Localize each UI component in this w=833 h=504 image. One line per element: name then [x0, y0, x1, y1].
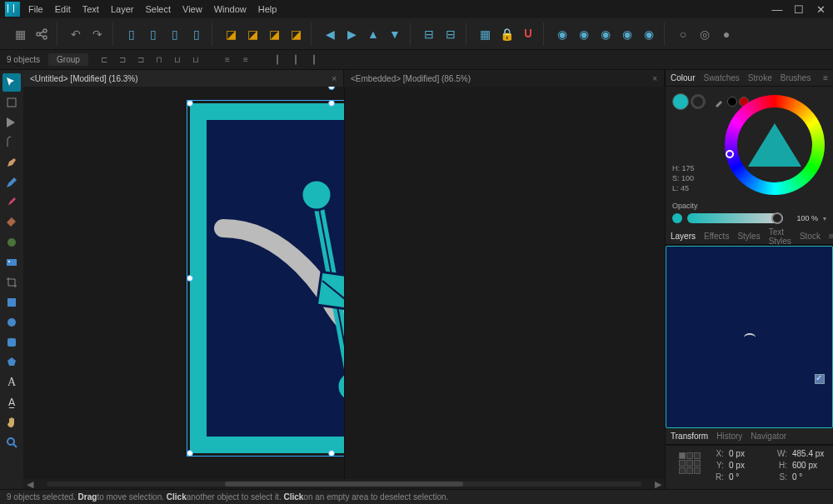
dist-v-icon[interactable]: ┃ — [288, 52, 303, 67]
layer-visible-checkbox[interactable] — [815, 374, 825, 384]
align-left-edges-icon[interactable]: ⊏ — [97, 52, 112, 67]
shape-rect-tool[interactable] — [2, 293, 21, 312]
colour-wheel[interactable] — [725, 95, 825, 195]
layer-fx-icon[interactable]: fx — [698, 396, 704, 408]
layer-visible-checkbox[interactable] — [815, 299, 825, 309]
panel-menu-icon[interactable]: ≡ — [823, 73, 828, 82]
align-bottom-icon[interactable]: ⊔ — [188, 52, 203, 67]
panel-menu-icon[interactable]: ≡ — [829, 232, 833, 241]
chevron-down-icon[interactable] — [823, 214, 826, 222]
close-button[interactable]: ✕ — [813, 3, 828, 16]
rotate-ccw-icon[interactable]: ↶ — [66, 24, 86, 44]
rotate-cw-icon[interactable]: ↷ — [87, 24, 107, 44]
share-icon[interactable] — [32, 24, 52, 44]
dist-h-icon[interactable]: ┃ — [270, 52, 285, 67]
close-icon[interactable]: × — [332, 74, 337, 83]
shape-ellipse-tool[interactable] — [2, 313, 21, 332]
boolean-subtract-icon[interactable]: ◉ — [574, 24, 594, 44]
mirror-h-icon[interactable]: ▲ — [363, 24, 383, 44]
align-right-edges-icon[interactable]: ⊐ — [133, 52, 148, 67]
h-input[interactable]: 600 px — [792, 461, 833, 470]
menu-select[interactable]: Select — [145, 4, 171, 14]
doc-tab-2[interactable]: <Embedded> [Modified] (86.5%) × — [344, 70, 665, 87]
mirror-v-icon[interactable]: ▼ — [385, 24, 405, 44]
r-input[interactable]: 0 ° — [729, 472, 771, 482]
order-front-icon[interactable]: ◪ — [286, 24, 306, 44]
layer-mask-icon[interactable]: ◧ — [672, 396, 682, 408]
layer-row[interactable]: path2676 (Curve) — [671, 313, 828, 332]
tab-transform[interactable]: Transform — [671, 432, 708, 441]
align-top-icon[interactable]: ⊓ — [152, 52, 167, 67]
boolean-divide-icon[interactable]: ◉ — [639, 24, 659, 44]
layer-row[interactable]: path2678 (Curve) — [671, 295, 828, 314]
place-image-tool[interactable] — [2, 253, 21, 272]
x-input[interactable]: 0 px — [729, 449, 771, 458]
w-input[interactable]: 485.4 px — [792, 449, 833, 458]
boolean-intersect-icon[interactable]: ◉ — [596, 24, 616, 44]
s-input[interactable]: 0 ° — [792, 472, 833, 482]
pen-tool[interactable] — [2, 153, 21, 172]
order-backward-icon[interactable]: ◪ — [242, 24, 262, 44]
menu-text[interactable]: Text — [82, 4, 99, 14]
menu-edit[interactable]: Edit — [55, 4, 71, 14]
boolean-add-icon[interactable]: ◉ — [552, 24, 572, 44]
eyedropper-icon[interactable] — [714, 96, 726, 107]
opacity-slider[interactable] — [687, 213, 783, 223]
transparency-tool[interactable] — [2, 233, 21, 252]
space-h-icon[interactable]: ≡ — [220, 52, 235, 67]
flip-h-icon[interactable]: ◀ — [320, 24, 340, 44]
fill-swatch[interactable] — [672, 93, 689, 110]
layer-row[interactable]: path2672 (Curve) — [671, 352, 828, 371]
tab-stock[interactable]: Stock — [800, 232, 821, 241]
flip-v-icon[interactable]: ▶ — [342, 24, 362, 44]
insert-target-icon[interactable]: ○ — [673, 24, 693, 44]
layer-row[interactable]: path2674 (Curve) — [671, 332, 828, 352]
lock-icon[interactable]: 🔒 — [818, 255, 828, 264]
y-input[interactable]: 0 px — [729, 461, 771, 470]
horizontal-scrollbar[interactable]: ◀ ▶ — [23, 479, 665, 489]
gear-icon[interactable]: ⚙ — [807, 255, 815, 264]
minimize-button[interactable]: — — [770, 3, 785, 16]
layer-visible-checkbox[interactable] — [815, 280, 825, 290]
brush-tool[interactable] — [2, 193, 21, 212]
align-v-center-icon[interactable]: ⊔ — [170, 52, 185, 67]
magnet-icon[interactable] — [518, 24, 538, 44]
align-stretch-icon[interactable]: ▯ — [187, 24, 207, 44]
grid-icon[interactable]: ▦ — [10, 24, 30, 44]
dist-space-icon[interactable]: ┃ — [307, 52, 322, 67]
layer-visible-checkbox[interactable] — [815, 356, 825, 366]
close-icon[interactable]: × — [652, 74, 657, 83]
align-left-icon[interactable]: ▯ — [122, 24, 142, 44]
snap-icon[interactable]: ▦ — [475, 24, 495, 44]
tab-navigator[interactable]: Navigator — [751, 432, 786, 441]
hand-tool[interactable] — [2, 413, 21, 432]
shape-polygon-tool[interactable] — [2, 353, 21, 372]
menu-file[interactable]: File — [28, 4, 43, 14]
insert-behind-icon[interactable]: ● — [716, 24, 736, 44]
doc-tab-1[interactable]: <Untitled> [Modified] (16.3%) × — [23, 70, 344, 87]
tab-stroke[interactable]: Stroke — [748, 73, 772, 82]
canvas-left[interactable] — [23, 87, 344, 479]
tab-brushes[interactable]: Brushes — [781, 73, 811, 82]
layer-adjust-icon[interactable]: ◐ — [686, 396, 695, 408]
fill-tool[interactable] — [2, 213, 21, 232]
shape-rounded-tool[interactable] — [2, 333, 21, 352]
add-layer-icon[interactable]: ▭ — [789, 396, 799, 408]
menu-layer[interactable]: Layer — [111, 4, 134, 14]
corner-tool[interactable] — [2, 133, 21, 152]
tab-styles[interactable]: Styles — [737, 232, 760, 241]
layer-visible-checkbox[interactable] — [815, 337, 825, 347]
layer-row[interactable]: path2670 (Curve) — [671, 370, 828, 389]
node-tool[interactable] — [2, 113, 21, 132]
tab-history[interactable]: History — [716, 432, 742, 441]
distribute-v-icon[interactable]: ⊟ — [441, 24, 461, 44]
crop-tool[interactable] — [2, 273, 21, 292]
tab-colour[interactable]: Colour — [671, 73, 695, 82]
move-tool[interactable] — [2, 73, 21, 92]
pencil-tool[interactable] — [2, 173, 21, 192]
distribute-h-icon[interactable]: ⊟ — [419, 24, 439, 44]
text-frame-tool[interactable]: A̲ — [2, 393, 21, 412]
anchor-selector[interactable] — [679, 452, 701, 474]
tab-text-styles[interactable]: Text Styles — [769, 227, 791, 246]
tab-swatches[interactable]: Swatches — [703, 73, 739, 82]
